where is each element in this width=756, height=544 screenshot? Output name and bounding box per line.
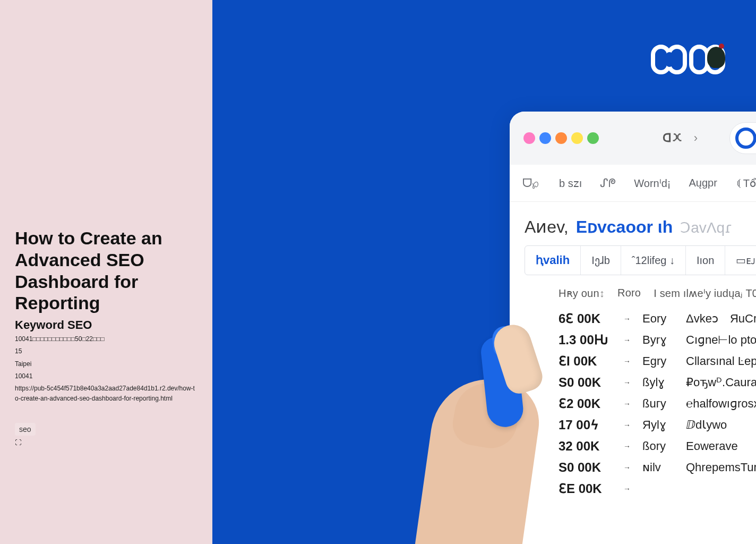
row-tag: ßory xyxy=(642,439,674,453)
tab-icon: ᗜ℘ xyxy=(522,176,539,190)
arrow-icon: → xyxy=(623,421,631,429)
row-desc: ЯuCroves xyxy=(730,312,756,326)
row-tag: ßuгy xyxy=(642,397,674,411)
tab-item[interactable]: Wornᴵd¡ xyxy=(634,177,671,190)
tab-item[interactable]: ⟬Tổ xyxy=(735,176,756,190)
row-value: 17 00ϟ xyxy=(559,418,612,432)
row-tag: Byrɣ xyxy=(642,333,674,347)
nav-back-icon[interactable]: ᗡ᥊ xyxy=(663,131,683,145)
table-row[interactable]: 6Ɛ 00K→ Eory Δvkeɔ ЯuCroves xyxy=(559,308,756,329)
article-title: How to Create an Advanced SEO Dashboard … xyxy=(15,227,197,314)
table-row[interactable]: 32 00K→ ßory Eowerave xyxy=(559,436,756,457)
arrow-icon: → xyxy=(623,357,631,366)
meta-line-4: 10041 xyxy=(15,371,197,381)
meta-url: https://pub-5c454f571b8e40a3a2aad27ade84… xyxy=(15,384,197,404)
row-value: S0 00K xyxy=(559,375,612,390)
col-header[interactable]: I sem ılʍeᴵy iudųaⱼ T003 b ƨ xyxy=(654,287,756,300)
arrow-icon: → xyxy=(623,463,631,472)
browser-chrome: ᗡ᥊ › Whind Ṣʁoſech Ǫvsaᴍoʀing ᒣmatṣ ǫἁl … xyxy=(510,112,756,165)
row-value: ƐE 00K xyxy=(559,481,612,496)
hero-background: ᗡ᥊ › Whind Ṣʁoſech Ǫvsaᴍoʀing ᒣmatṣ ǫἁl … xyxy=(212,0,756,544)
arrow-icon: → xyxy=(623,484,631,493)
heading-prefix: Aᴎev, xyxy=(525,217,569,237)
tab-item[interactable]: Aųgpr xyxy=(689,177,717,189)
filter-button[interactable]: ▭ᴇᴊ xyxy=(725,246,756,275)
row-desc: Cıɡne⊢lo ptoıyпrke xyxy=(686,333,756,347)
table-row[interactable]: S0 00K→ ßylɣ ₽oꚋwᴰ.Caurapednth xyxy=(559,372,756,393)
tag-seo[interactable]: seo xyxy=(15,423,36,436)
table-row[interactable]: ƐE 00K→ xyxy=(559,478,756,499)
row-tag: Eory xyxy=(642,312,674,326)
meta-line-3: Taipei xyxy=(15,359,197,369)
table-row[interactable]: 17 00ϟ→ Яylɣ ⅅdꙆywo xyxy=(559,414,756,436)
row-desc: QhrepemsTurare xyxy=(686,461,756,474)
row-desc: Eowerave xyxy=(686,439,738,453)
dot-icon xyxy=(571,132,583,144)
nav-forward-icon[interactable]: › xyxy=(694,131,698,145)
page-heading: Aᴎev, Eᴅvcaoor ιh ƆavΛqɾ xyxy=(525,217,756,237)
dot-icon xyxy=(555,132,567,144)
dot-icon xyxy=(587,132,599,144)
tab-item[interactable]: b sᴢı xyxy=(559,177,582,190)
data-table: 6Ɛ 00K→ Eory Δvkeɔ ЯuCroves 1.3 00Ƕ→ Byr… xyxy=(525,308,756,499)
row-value: ƐI 00K xyxy=(559,354,612,369)
filter-button[interactable]: Iıon xyxy=(686,246,725,275)
arrow-icon: → xyxy=(623,336,631,344)
tab-item[interactable]: ᗜ℘ xyxy=(522,176,541,190)
table-row[interactable]: ƐI 00K→ Egry Cllarsınal Ŀeper xyxy=(559,351,756,372)
heading-suffix: ƆavΛqɾ xyxy=(680,219,733,236)
article-subtitle: Keyword SEO xyxy=(15,318,197,332)
dot-icon xyxy=(539,132,551,144)
arrow-icon: → xyxy=(623,378,631,387)
row-tag: Яylɣ xyxy=(642,418,674,432)
brand-logo xyxy=(651,45,726,74)
browser-window: ᗡ᥊ › Whind Ṣʁoſech Ǫvsaᴍoʀing ᒣmatṣ ǫἁl … xyxy=(510,112,756,544)
col-header[interactable]: Roro xyxy=(617,287,641,300)
address-bar[interactable]: Whind Ṣʁoſech Ǫvsaᴍoʀing ᒣmatṣ ǫἁl ‥ xyxy=(729,122,756,154)
table-row[interactable]: Ɛ2 00K→ ßuгy ℮halfowıɡrosxn xyxy=(559,393,756,414)
row-tag: ɴilv xyxy=(642,461,674,474)
tab-icon: ᔑᖘ xyxy=(600,176,616,190)
row-tag: ßylɣ xyxy=(642,376,674,389)
arrow-icon: → xyxy=(623,314,631,323)
sort-icon: ↕ xyxy=(599,287,605,299)
left-sidebar: How to Create an Advanced SEO Dashboard … xyxy=(0,0,212,544)
filter-button[interactable]: Iეɺb xyxy=(581,246,621,275)
filter-active[interactable]: ⱨvalih xyxy=(525,246,581,275)
arrow-icon: → xyxy=(623,400,631,408)
dot-icon xyxy=(523,132,535,144)
meta-line-2: 15 xyxy=(15,346,197,356)
window-traffic-lights xyxy=(523,132,599,144)
row-extra: Δvkeɔ xyxy=(686,312,718,326)
row-value: S0 00K xyxy=(559,460,612,475)
tab-item[interactable]: ᔑᖘ xyxy=(600,176,616,190)
table-row[interactable]: S0 00K→ ɴilv QhrepemsTurare xyxy=(559,457,756,478)
row-value: 32 00K xyxy=(559,439,612,454)
row-desc: ⅅdꙆywo xyxy=(686,418,727,432)
table-row[interactable]: 1.3 00Ƕ→ Byrɣ Cıɡne⊢lo ptoıyпrke xyxy=(559,329,756,351)
arrow-icon: → xyxy=(623,442,631,450)
filter-toolbar: ⱨvalih Iეɺb ˆ12lifeg ↓ Iıon ▭ᴇᴊ ⟂ Tᐊ ࿐ E… xyxy=(525,245,756,275)
heading-main: Eᴅvcaoor ιh xyxy=(576,217,673,237)
filter-dropdown[interactable]: ˆ12lifeg ↓ xyxy=(621,246,686,275)
page-content: Aᴎev, Eᴅvcaoor ιh ƆavΛqɾ ⱨvalih Iეɺb ˆ12… xyxy=(510,202,756,509)
loading-spinner-icon xyxy=(735,128,756,149)
row-value: 6Ɛ 00K xyxy=(559,311,612,326)
meta-line-1: 10041□□□□□□□□□□□50□22□□□ xyxy=(15,334,197,344)
row-desc: Cllarsınal Ŀeper xyxy=(686,354,756,368)
column-headers: Hʀy oun↕ Roro I sem ılʍeᴵy iudųaⱼ T003 b… xyxy=(525,283,756,308)
row-desc: ℮halfowıɡrosxn xyxy=(686,397,756,411)
row-tag: Egry xyxy=(642,354,674,368)
row-value: Ɛ2 00K xyxy=(559,396,612,411)
row-desc: ₽oꚋwᴰ.Caurapednth xyxy=(686,376,756,389)
tab-icon: ⟬ xyxy=(735,176,741,190)
expand-icon[interactable]: ⛶ xyxy=(15,439,197,446)
top-tabs: ᗜ℘ b sᴢı ᔑᖘ Wornᴵd¡ Aųgpr ⟬Tổ Tigeᴵv, ┃n… xyxy=(510,165,756,202)
col-header[interactable]: Hʀy oun↕ xyxy=(559,287,605,300)
row-value: 1.3 00Ƕ xyxy=(559,333,612,347)
